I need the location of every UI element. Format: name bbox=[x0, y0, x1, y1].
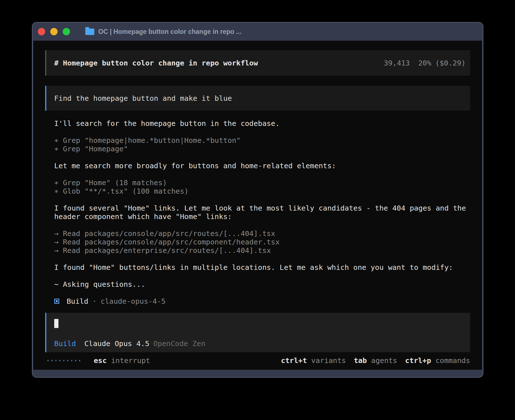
spinner-dots-icon bbox=[47, 360, 83, 361]
esc-key: esc bbox=[94, 356, 107, 365]
provider-name: OpenCode Zen bbox=[153, 339, 205, 348]
transcript-line bbox=[54, 153, 470, 161]
model-row: Build Claude Opus 4.5 OpenCode Zen bbox=[54, 339, 462, 348]
agent-name: Build bbox=[67, 297, 88, 305]
transcript-line: Let me search more broadly for buttons a… bbox=[54, 161, 470, 170]
transcript-line: I found "Home" buttons/links in multiple… bbox=[54, 263, 470, 272]
session-title: # Homepage button color change in repo w… bbox=[54, 59, 258, 67]
titlebar: OC | Homepage button color change in rep… bbox=[32, 23, 483, 41]
transcript-line: I found several "Home" links. Let me loo… bbox=[54, 204, 470, 212]
shortcut-label: commands bbox=[431, 356, 470, 365]
window-title: OC | Homepage button color change in rep… bbox=[98, 28, 241, 36]
shortcut-key: ctrl+p bbox=[405, 356, 431, 365]
transcript-line: ∗ Grep "homepage|home.*button|Home.*butt… bbox=[54, 136, 470, 145]
transcript-line: ∗ Glob "**/*.tsx" (100 matches) bbox=[54, 187, 470, 195]
transcript-line bbox=[54, 221, 470, 229]
app-window: OC | Homepage button color change in rep… bbox=[32, 22, 483, 378]
interrupt-label: interrupt bbox=[111, 356, 150, 365]
shortcut-hints: ctrl+t variantstab agentsctrl+p commands bbox=[273, 356, 470, 365]
token-count: 39,413 bbox=[384, 59, 410, 67]
transcript-line: → Read packages/console/app/src/routes/[… bbox=[54, 229, 470, 238]
transcript-line bbox=[54, 195, 470, 204]
agent-status-icon bbox=[54, 299, 59, 304]
session-header: # Homepage button color change in repo w… bbox=[45, 50, 470, 76]
transcript-line bbox=[54, 288, 470, 297]
zoom-button[interactable] bbox=[63, 28, 70, 35]
transcript-line bbox=[54, 170, 470, 178]
shortcut-variants: ctrl+t variants bbox=[281, 356, 346, 365]
transcript-line: ∗ Grep "Home" (18 matches) bbox=[54, 178, 470, 187]
transcript-line: ∗ Grep "Homepage" bbox=[54, 145, 470, 153]
shortcut-label: variants bbox=[307, 356, 346, 365]
separator-dot: · bbox=[92, 297, 97, 305]
terminal-content: # Homepage button color change in repo w… bbox=[33, 41, 482, 370]
window-bottom-strip bbox=[32, 370, 483, 377]
transcript-line: ~ Asking questions... bbox=[54, 280, 470, 288]
shortcut-key: ctrl+t bbox=[281, 356, 307, 365]
transcript-line: header component which have "Home" links… bbox=[54, 212, 470, 221]
close-button[interactable] bbox=[38, 28, 45, 35]
transcript-line: Build·claude-opus-4-5 bbox=[54, 297, 470, 305]
minimize-button[interactable] bbox=[50, 28, 58, 35]
context-percent: 20% bbox=[418, 59, 431, 67]
agent-model-name: claude-opus-4-5 bbox=[101, 297, 165, 305]
transcript-line bbox=[54, 128, 470, 136]
agent-badge: Build bbox=[54, 339, 76, 348]
model-name: Claude Opus 4.5 bbox=[84, 339, 149, 348]
transcript-line bbox=[54, 272, 470, 280]
transcript-line bbox=[54, 255, 470, 263]
transcript-line: I'll search for the homepage button in t… bbox=[54, 119, 470, 128]
shortcut-key: tab bbox=[354, 356, 367, 365]
statusbar: esc interrupt ctrl+t variantstab agentsc… bbox=[45, 356, 470, 365]
user-message-text: Find the homepage button and make it blu… bbox=[54, 94, 232, 102]
text-cursor bbox=[54, 319, 58, 328]
folder-icon bbox=[85, 29, 94, 35]
transcript-line: → Read packages/enterprise/src/routes/[.… bbox=[54, 246, 470, 255]
session-stats: 39,413 20% ($0.29) bbox=[384, 59, 466, 67]
prompt-input[interactable]: Build Claude Opus 4.5 OpenCode Zen bbox=[45, 313, 470, 352]
shortcut-label: agents bbox=[367, 356, 397, 365]
transcript-line: → Read packages/console/app/src/componen… bbox=[54, 238, 470, 246]
user-message-panel: Find the homepage button and make it blu… bbox=[45, 86, 470, 111]
shortcut-commands: ctrl+p commands bbox=[405, 356, 470, 365]
transcript: I'll search for the homepage button in t… bbox=[54, 119, 470, 305]
shortcut-agents: tab agents bbox=[354, 356, 397, 365]
session-cost: ($0.29) bbox=[435, 59, 466, 67]
